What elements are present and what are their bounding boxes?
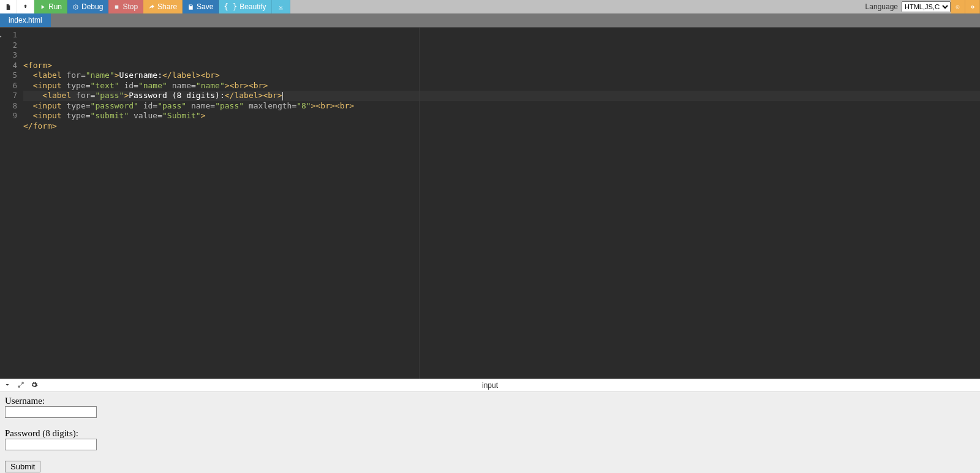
code-line[interactable]: <input type="text" id="name" name="name"… <box>23 81 980 91</box>
play-icon <box>39 4 46 10</box>
beautify-button[interactable]: { } Beautify <box>219 0 271 13</box>
code-area[interactable]: <form> <label for="name">Username:</labe… <box>21 28 980 379</box>
split-divider[interactable] <box>419 28 420 379</box>
info-button[interactable] <box>951 0 965 13</box>
save-label: Save <box>197 2 213 11</box>
toolbar-spacer <box>290 0 862 13</box>
language-select[interactable]: HTML,JS,CSS <box>902 1 951 12</box>
upload-icon <box>22 4 29 10</box>
save-icon <box>187 4 194 10</box>
line-number: 1▸ <box>0 30 17 40</box>
run-label: Run <box>48 2 62 11</box>
target-icon <box>72 4 79 10</box>
output-gear-icon[interactable] <box>31 381 38 390</box>
download-icon <box>277 4 284 10</box>
svg-rect-5 <box>957 6 958 7</box>
svg-point-1 <box>75 6 77 7</box>
save-button[interactable]: Save <box>183 0 219 13</box>
code-line[interactable]: <form> <box>23 61 980 71</box>
run-button[interactable]: Run <box>34 0 67 13</box>
username-input[interactable] <box>5 406 97 418</box>
svg-rect-3 <box>190 5 192 6</box>
tab-label: index.html <box>9 16 42 25</box>
beautify-label: Beautify <box>239 2 266 11</box>
line-number: 6 <box>0 81 17 91</box>
code-editor[interactable]: 1▸23456789 <form> <label for="name">User… <box>0 27 980 379</box>
tab-index-html[interactable]: index.html <box>0 13 51 27</box>
code-line[interactable]: <label for="name">Username:</label><br> <box>23 70 980 81</box>
stop-icon <box>113 4 120 10</box>
line-number: 2 <box>0 40 17 51</box>
gear-icon <box>970 4 974 10</box>
file-tabs: index.html <box>0 13 980 27</box>
code-line[interactable] <box>23 131 980 142</box>
debug-button[interactable]: Debug <box>67 0 108 13</box>
svg-rect-2 <box>115 5 119 9</box>
output-title: input <box>482 381 498 390</box>
download-button[interactable] <box>272 0 290 13</box>
line-number: 8 <box>0 101 17 112</box>
line-number: 3 <box>0 50 17 61</box>
code-line[interactable] <box>23 142 980 152</box>
line-number: 9 <box>0 111 17 121</box>
code-line[interactable]: </form> <box>23 121 980 132</box>
rendered-form: Username: Password (8 digits): <box>5 396 975 472</box>
upload-button[interactable] <box>17 0 34 13</box>
braces-icon: { } <box>224 2 237 11</box>
code-line[interactable]: <input type="submit" value="Submit"> <box>23 111 980 121</box>
settings-button[interactable] <box>965 0 980 13</box>
text-cursor <box>282 92 283 100</box>
password-input[interactable] <box>5 439 97 450</box>
debug-label: Debug <box>81 2 103 11</box>
line-number: 4 <box>0 61 17 71</box>
share-button[interactable]: Share <box>143 0 183 13</box>
password-label: Password (8 digits): <box>5 428 78 438</box>
output-toolbar: input <box>0 379 980 392</box>
stop-label: Stop <box>123 2 138 11</box>
expand-icon[interactable] <box>17 381 24 390</box>
submit-button[interactable] <box>5 461 40 472</box>
code-line[interactable]: <label for="pass">Password (8 digits):</… <box>23 91 980 101</box>
toolbar: Run Debug Stop Share Save { } Beautify L… <box>0 0 980 13</box>
line-number: 5 <box>0 70 17 81</box>
file-icon <box>5 4 12 10</box>
chevron-down-icon[interactable] <box>4 381 11 390</box>
svg-rect-6 <box>957 6 958 6</box>
share-label: Share <box>157 2 177 11</box>
line-gutter: 1▸23456789 <box>0 28 21 379</box>
line-number: 7 <box>0 91 17 101</box>
new-file-button[interactable] <box>0 0 17 13</box>
share-icon <box>148 4 155 10</box>
output-frame: Username: Password (8 digits): <box>0 392 980 473</box>
code-line[interactable]: <input type="password" id="pass" name="p… <box>23 101 980 112</box>
username-label: Username: <box>5 396 45 406</box>
info-icon <box>956 4 960 10</box>
language-label: Language <box>862 0 902 13</box>
stop-button[interactable]: Stop <box>108 0 143 13</box>
